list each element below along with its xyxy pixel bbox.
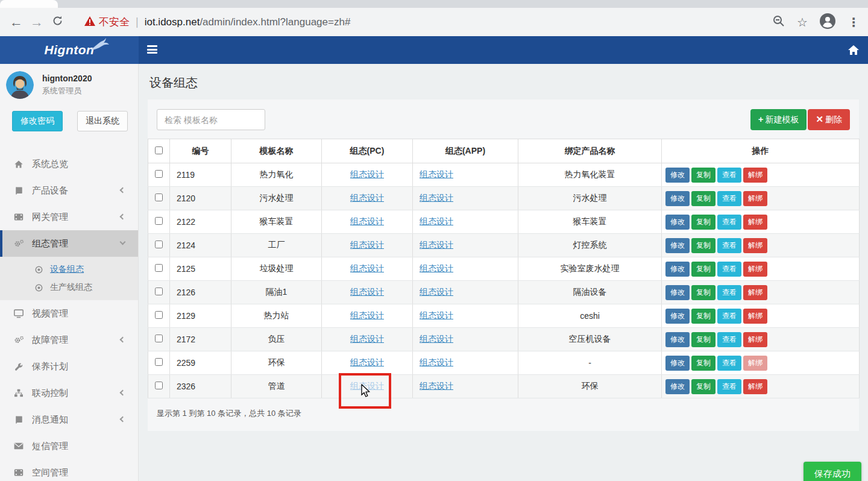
browser-reload-icon[interactable]	[47, 14, 68, 30]
pc-config-link[interactable]: 组态设计	[350, 287, 384, 297]
view-button[interactable]: 查看	[717, 215, 741, 230]
logo-zone[interactable]: Hignton	[0, 36, 139, 64]
copy-button[interactable]: 复制	[691, 332, 715, 347]
view-button[interactable]: 查看	[717, 285, 741, 300]
unbind-button[interactable]: 解绑	[743, 215, 767, 230]
unbind-button[interactable]: 解绑	[743, 379, 767, 394]
copy-button[interactable]: 复制	[691, 356, 715, 371]
pc-config-link[interactable]: 组态设计	[350, 169, 384, 179]
app-config-link[interactable]: 组态设计	[420, 193, 453, 203]
copy-button[interactable]: 复制	[691, 168, 715, 183]
column-header[interactable]: 操作	[662, 139, 860, 163]
sidebar-item-空间管理[interactable]: 空间管理	[0, 459, 138, 481]
sidebar-item-网关管理[interactable]: 网关管理	[0, 204, 138, 230]
view-button[interactable]: 查看	[717, 262, 741, 277]
edit-button[interactable]: 修改	[665, 309, 690, 324]
security-warning-label[interactable]: 不安全	[99, 15, 130, 29]
edit-button[interactable]: 修改	[665, 356, 690, 371]
app-config-link[interactable]: 组态设计	[420, 169, 453, 179]
bookmark-star-icon[interactable]: ☆	[797, 15, 808, 30]
zoom-out-icon[interactable]	[773, 15, 785, 30]
unbind-button[interactable]: 解绑	[743, 309, 767, 324]
delete-button[interactable]: ✕删除	[808, 109, 850, 130]
sidebar-item-联动控制[interactable]: 联动控制	[0, 380, 138, 406]
app-config-link[interactable]: 组态设计	[420, 357, 453, 367]
app-config-link[interactable]: 组态设计	[420, 381, 453, 391]
edit-button[interactable]: 修改	[665, 285, 690, 300]
submenu-link[interactable]: 生产线组态	[50, 282, 92, 293]
copy-button[interactable]: 复制	[691, 262, 715, 277]
copy-button[interactable]: 复制	[691, 285, 715, 300]
sidebar-item-保养计划[interactable]: 保养计划	[0, 353, 138, 380]
row-checkbox[interactable]	[155, 335, 163, 342]
app-config-link[interactable]: 组态设计	[420, 240, 453, 250]
edit-button[interactable]: 修改	[665, 379, 690, 394]
unbind-button[interactable]: 解绑	[743, 285, 767, 300]
app-config-link[interactable]: 组态设计	[420, 287, 453, 297]
row-checkbox[interactable]	[155, 217, 163, 225]
row-checkbox[interactable]	[155, 358, 163, 366]
sidebar-item-故障管理[interactable]: 故障管理	[0, 327, 138, 353]
pc-config-link[interactable]: 组态设计	[350, 216, 384, 226]
select-all-checkbox[interactable]	[155, 146, 163, 154]
browser-back-icon[interactable]: ←	[6, 14, 27, 30]
sidebar-toggle-icon[interactable]	[147, 45, 157, 54]
logout-button[interactable]: 退出系统	[77, 111, 128, 131]
sidebar-item-系统总览[interactable]: 系统总览	[0, 151, 138, 177]
address-bar[interactable]: 不安全 | iot.idosp.net/admin/index.html?lan…	[84, 15, 773, 29]
row-checkbox[interactable]	[155, 193, 163, 201]
row-checkbox[interactable]	[155, 264, 163, 272]
row-checkbox[interactable]	[155, 311, 163, 319]
column-header[interactable]: 模板名称	[231, 139, 322, 163]
column-header[interactable]: 组态(PC)	[322, 139, 413, 163]
view-button[interactable]: 查看	[717, 379, 741, 394]
copy-button[interactable]: 复制	[691, 309, 715, 324]
view-button[interactable]: 查看	[717, 356, 741, 371]
pc-config-link[interactable]: 组态设计	[350, 381, 384, 391]
home-icon[interactable]	[848, 44, 860, 58]
column-header[interactable]: 组态(APP)	[413, 139, 518, 163]
row-checkbox[interactable]	[155, 288, 163, 295]
column-header[interactable]: 编号	[170, 139, 231, 163]
sidebar-item-视频管理[interactable]: 视频管理	[0, 300, 138, 327]
copy-button[interactable]: 复制	[691, 379, 715, 394]
browser-active-tab[interactable]	[0, 0, 58, 8]
view-button[interactable]: 查看	[717, 238, 741, 253]
row-checkbox[interactable]	[155, 382, 163, 389]
edit-button[interactable]: 修改	[665, 191, 690, 206]
unbind-button[interactable]: 解绑	[743, 191, 767, 206]
column-header[interactable]: 绑定产品名称	[518, 139, 662, 163]
new-template-button[interactable]: +新建模板	[750, 109, 807, 130]
security-warning-icon[interactable]	[84, 16, 95, 28]
row-checkbox[interactable]	[155, 170, 163, 178]
view-button[interactable]: 查看	[717, 191, 741, 206]
pc-config-link[interactable]: 组态设计	[350, 263, 384, 273]
sidebar-item-产品设备[interactable]: 产品设备	[0, 177, 138, 204]
app-config-link[interactable]: 组态设计	[420, 263, 453, 273]
browser-forward-icon[interactable]: →	[27, 14, 47, 30]
edit-button[interactable]: 修改	[665, 332, 690, 347]
submenu-item-生产线组态[interactable]: 生产线组态	[0, 278, 138, 297]
sidebar-item-短信管理[interactable]: 短信管理	[0, 433, 138, 459]
copy-button[interactable]: 复制	[691, 215, 715, 230]
edit-button[interactable]: 修改	[665, 215, 690, 230]
unbind-button[interactable]: 解绑	[743, 168, 767, 183]
user-avatar[interactable]	[6, 71, 34, 99]
browser-menu-icon[interactable]: ⋮	[848, 15, 860, 30]
unbind-button[interactable]: 解绑	[743, 356, 767, 371]
pc-config-link[interactable]: 组态设计	[350, 357, 384, 367]
edit-button[interactable]: 修改	[665, 238, 690, 253]
sidebar-item-组态管理[interactable]: 组态管理	[0, 230, 138, 257]
submenu-link[interactable]: 设备组态	[50, 264, 84, 275]
app-config-link[interactable]: 组态设计	[420, 216, 453, 226]
pc-config-link[interactable]: 组态设计	[350, 193, 384, 203]
view-button[interactable]: 查看	[717, 309, 741, 324]
app-config-link[interactable]: 组态设计	[420, 310, 453, 320]
app-config-link[interactable]: 组态设计	[420, 334, 453, 344]
unbind-button[interactable]: 解绑	[743, 332, 767, 347]
pc-config-link[interactable]: 组态设计	[350, 310, 384, 320]
unbind-button[interactable]: 解绑	[743, 262, 767, 277]
pc-config-link[interactable]: 组态设计	[350, 334, 384, 344]
copy-button[interactable]: 复制	[691, 238, 715, 253]
url-text[interactable]: iot.idosp.net/admin/index.html?language=…	[145, 16, 351, 28]
